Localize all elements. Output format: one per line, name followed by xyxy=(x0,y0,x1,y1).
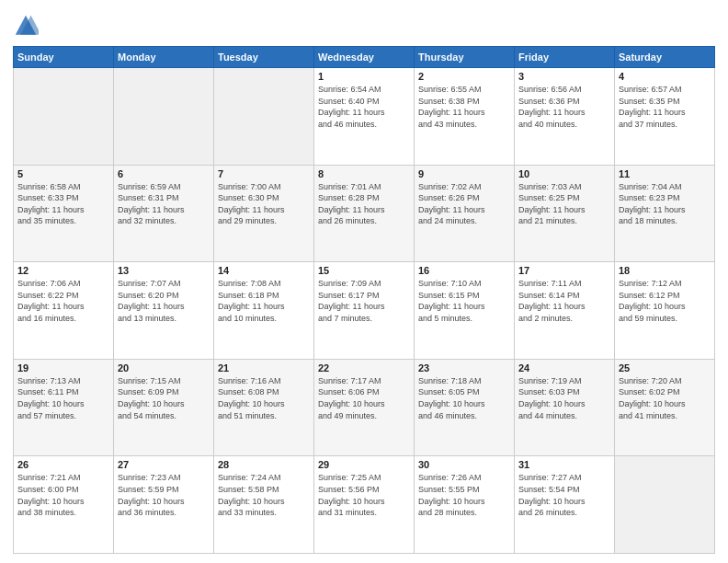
day-number: 30 xyxy=(418,459,510,470)
day-cell: 12Sunrise: 7:06 AM Sunset: 6:22 PM Dayli… xyxy=(14,262,114,360)
day-info: Sunrise: 7:23 AM Sunset: 5:59 PM Dayligh… xyxy=(118,472,210,518)
day-number: 22 xyxy=(318,362,410,373)
day-number: 11 xyxy=(619,168,711,179)
day-number: 13 xyxy=(118,265,210,276)
day-info: Sunrise: 7:01 AM Sunset: 6:28 PM Dayligh… xyxy=(318,181,410,227)
day-info: Sunrise: 7:12 AM Sunset: 6:12 PM Dayligh… xyxy=(619,278,711,324)
day-cell: 15Sunrise: 7:09 AM Sunset: 6:17 PM Dayli… xyxy=(314,262,415,360)
week-row-4: 26Sunrise: 7:21 AM Sunset: 6:00 PM Dayli… xyxy=(14,456,715,554)
day-number: 3 xyxy=(518,71,610,82)
day-number: 28 xyxy=(218,459,310,470)
day-number: 21 xyxy=(218,362,310,373)
day-info: Sunrise: 6:58 AM Sunset: 6:33 PM Dayligh… xyxy=(17,181,109,227)
day-info: Sunrise: 7:16 AM Sunset: 6:08 PM Dayligh… xyxy=(218,375,310,421)
day-cell: 28Sunrise: 7:24 AM Sunset: 5:58 PM Dayli… xyxy=(214,456,314,554)
day-info: Sunrise: 6:57 AM Sunset: 6:35 PM Dayligh… xyxy=(619,84,711,130)
day-info: Sunrise: 7:10 AM Sunset: 6:15 PM Dayligh… xyxy=(418,278,510,324)
day-cell: 23Sunrise: 7:18 AM Sunset: 6:05 PM Dayli… xyxy=(415,359,515,456)
day-number: 19 xyxy=(17,362,109,373)
day-info: Sunrise: 7:19 AM Sunset: 6:03 PM Dayligh… xyxy=(518,375,610,421)
day-number: 16 xyxy=(418,265,510,276)
day-info: Sunrise: 7:11 AM Sunset: 6:14 PM Dayligh… xyxy=(518,278,610,324)
day-number: 29 xyxy=(318,459,410,470)
day-info: Sunrise: 6:56 AM Sunset: 6:36 PM Dayligh… xyxy=(518,84,610,130)
day-info: Sunrise: 7:03 AM Sunset: 6:25 PM Dayligh… xyxy=(518,181,610,227)
day-info: Sunrise: 6:55 AM Sunset: 6:38 PM Dayligh… xyxy=(418,84,510,130)
day-info: Sunrise: 7:17 AM Sunset: 6:06 PM Dayligh… xyxy=(318,375,410,421)
day-number: 15 xyxy=(318,265,410,276)
day-info: Sunrise: 7:09 AM Sunset: 6:17 PM Dayligh… xyxy=(318,278,410,324)
day-number: 23 xyxy=(418,362,510,373)
page: SundayMondayTuesdayWednesdayThursdayFrid… xyxy=(0,0,728,563)
day-cell: 13Sunrise: 7:07 AM Sunset: 6:20 PM Dayli… xyxy=(114,262,214,360)
day-cell: 25Sunrise: 7:20 AM Sunset: 6:02 PM Dayli… xyxy=(615,359,715,456)
day-cell: 20Sunrise: 7:15 AM Sunset: 6:09 PM Dayli… xyxy=(114,359,214,456)
week-row-3: 19Sunrise: 7:13 AM Sunset: 6:11 PM Dayli… xyxy=(14,359,715,456)
logo xyxy=(13,13,40,39)
day-cell: 8Sunrise: 7:01 AM Sunset: 6:28 PM Daylig… xyxy=(314,165,415,262)
day-info: Sunrise: 7:20 AM Sunset: 6:02 PM Dayligh… xyxy=(619,375,711,421)
day-cell: 17Sunrise: 7:11 AM Sunset: 6:14 PM Dayli… xyxy=(515,262,615,360)
day-number: 20 xyxy=(118,362,210,373)
logo-icon xyxy=(13,13,39,39)
day-info: Sunrise: 6:54 AM Sunset: 6:40 PM Dayligh… xyxy=(318,84,410,130)
day-cell: 1Sunrise: 6:54 AM Sunset: 6:40 PM Daylig… xyxy=(314,68,415,166)
day-info: Sunrise: 7:04 AM Sunset: 6:23 PM Dayligh… xyxy=(619,181,711,227)
day-number: 7 xyxy=(218,168,310,179)
day-number: 26 xyxy=(17,459,109,470)
day-cell: 3Sunrise: 6:56 AM Sunset: 6:36 PM Daylig… xyxy=(515,68,615,166)
day-cell xyxy=(214,68,314,166)
day-cell: 26Sunrise: 7:21 AM Sunset: 6:00 PM Dayli… xyxy=(14,456,114,554)
col-header-wednesday: Wednesday xyxy=(314,47,415,68)
day-info: Sunrise: 7:13 AM Sunset: 6:11 PM Dayligh… xyxy=(17,375,109,421)
col-header-thursday: Thursday xyxy=(415,47,515,68)
col-header-friday: Friday xyxy=(515,47,615,68)
day-cell: 29Sunrise: 7:25 AM Sunset: 5:56 PM Dayli… xyxy=(314,456,415,554)
day-cell: 7Sunrise: 7:00 AM Sunset: 6:30 PM Daylig… xyxy=(214,165,314,262)
day-info: Sunrise: 7:21 AM Sunset: 6:00 PM Dayligh… xyxy=(17,472,109,518)
day-number: 5 xyxy=(17,168,109,179)
day-cell: 30Sunrise: 7:26 AM Sunset: 5:55 PM Dayli… xyxy=(415,456,515,554)
day-info: Sunrise: 7:27 AM Sunset: 5:54 PM Dayligh… xyxy=(518,472,610,518)
day-number: 12 xyxy=(17,265,109,276)
day-number: 9 xyxy=(418,168,510,179)
day-cell: 10Sunrise: 7:03 AM Sunset: 6:25 PM Dayli… xyxy=(515,165,615,262)
week-row-0: 1Sunrise: 6:54 AM Sunset: 6:40 PM Daylig… xyxy=(14,68,715,166)
day-cell: 21Sunrise: 7:16 AM Sunset: 6:08 PM Dayli… xyxy=(214,359,314,456)
day-info: Sunrise: 7:25 AM Sunset: 5:56 PM Dayligh… xyxy=(318,472,410,518)
calendar-table: SundayMondayTuesdayWednesdayThursdayFrid… xyxy=(13,46,715,554)
day-number: 17 xyxy=(518,265,610,276)
day-cell: 24Sunrise: 7:19 AM Sunset: 6:03 PM Dayli… xyxy=(515,359,615,456)
day-info: Sunrise: 7:15 AM Sunset: 6:09 PM Dayligh… xyxy=(118,375,210,421)
day-cell: 27Sunrise: 7:23 AM Sunset: 5:59 PM Dayli… xyxy=(114,456,214,554)
day-cell: 9Sunrise: 7:02 AM Sunset: 6:26 PM Daylig… xyxy=(415,165,515,262)
day-number: 27 xyxy=(118,459,210,470)
day-number: 18 xyxy=(619,265,711,276)
col-header-tuesday: Tuesday xyxy=(214,47,314,68)
calendar-header-row: SundayMondayTuesdayWednesdayThursdayFrid… xyxy=(14,47,715,68)
day-cell: 2Sunrise: 6:55 AM Sunset: 6:38 PM Daylig… xyxy=(415,68,515,166)
day-number: 24 xyxy=(518,362,610,373)
day-info: Sunrise: 7:06 AM Sunset: 6:22 PM Dayligh… xyxy=(17,278,109,324)
day-number: 8 xyxy=(318,168,410,179)
day-number: 25 xyxy=(619,362,711,373)
day-cell xyxy=(114,68,214,166)
header xyxy=(13,9,715,39)
day-number: 14 xyxy=(218,265,310,276)
day-info: Sunrise: 7:24 AM Sunset: 5:58 PM Dayligh… xyxy=(218,472,310,518)
day-info: Sunrise: 7:07 AM Sunset: 6:20 PM Dayligh… xyxy=(118,278,210,324)
day-cell: 31Sunrise: 7:27 AM Sunset: 5:54 PM Dayli… xyxy=(515,456,615,554)
day-cell: 22Sunrise: 7:17 AM Sunset: 6:06 PM Dayli… xyxy=(314,359,415,456)
day-number: 10 xyxy=(518,168,610,179)
week-row-1: 5Sunrise: 6:58 AM Sunset: 6:33 PM Daylig… xyxy=(14,165,715,262)
week-row-2: 12Sunrise: 7:06 AM Sunset: 6:22 PM Dayli… xyxy=(14,262,715,360)
day-info: Sunrise: 7:00 AM Sunset: 6:30 PM Dayligh… xyxy=(218,181,310,227)
day-info: Sunrise: 6:59 AM Sunset: 6:31 PM Dayligh… xyxy=(118,181,210,227)
col-header-sunday: Sunday xyxy=(14,47,114,68)
day-cell: 11Sunrise: 7:04 AM Sunset: 6:23 PM Dayli… xyxy=(615,165,715,262)
day-number: 31 xyxy=(518,459,610,470)
day-cell xyxy=(14,68,114,166)
day-info: Sunrise: 7:02 AM Sunset: 6:26 PM Dayligh… xyxy=(418,181,510,227)
day-info: Sunrise: 7:26 AM Sunset: 5:55 PM Dayligh… xyxy=(418,472,510,518)
day-cell: 19Sunrise: 7:13 AM Sunset: 6:11 PM Dayli… xyxy=(14,359,114,456)
